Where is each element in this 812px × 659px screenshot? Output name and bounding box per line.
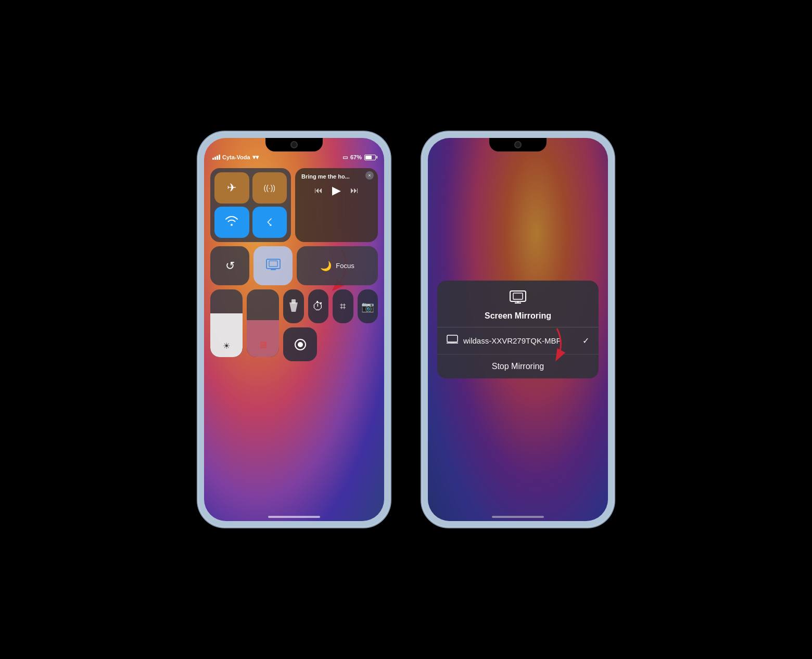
cc-top-row: ✈ ((·)) [210, 168, 378, 242]
media-close-button[interactable]: × [365, 171, 374, 180]
record-dot [298, 342, 303, 347]
status-left-1: Cyta-Voda ▾▾ [212, 154, 259, 161]
brightness-icon: ☀ [223, 341, 230, 351]
checkmark-icon: ✓ [582, 336, 589, 346]
dialog-title: Screen Mirroring [485, 311, 551, 321]
signal-bars [212, 155, 220, 160]
battery-fill [365, 156, 372, 159]
battery-container [364, 155, 376, 160]
screen-mirroring-dialog: Screen Mirroring wildass-XXVR279TQK-MBP … [437, 281, 599, 378]
svg-rect-11 [447, 335, 458, 342]
rotation-lock-button[interactable]: ↺ [210, 246, 249, 285]
svg-rect-1 [269, 261, 277, 267]
wifi-button[interactable] [214, 207, 249, 238]
airplane-icon: ✈ [227, 181, 236, 195]
wifi-icon [225, 216, 238, 229]
timer-button[interactable]: ⏱ [308, 289, 329, 323]
media-player-panel: × Bring me the ho... ⏮ ▶ ⏭ [295, 168, 378, 242]
media-controls: ⏮ ▶ ⏭ [301, 184, 372, 197]
phone-2-screen: Screen Mirroring wildass-XXVR279TQK-MBP … [428, 138, 608, 521]
status-bar-1: Cyta-Voda ▾▾ ▭ 67% [212, 154, 376, 161]
svg-rect-7 [510, 291, 526, 301]
phone-1-screen: Cyta-Voda ▾▾ ▭ 67% [204, 138, 384, 521]
cc-bottom-row-1: ⏱ ⌗ 📷 [283, 289, 378, 323]
airplane-mode-button[interactable]: ✈ [214, 172, 249, 204]
connectivity-panel: ✈ ((·)) [210, 168, 291, 242]
fast-forward-button[interactable]: ⏭ [350, 186, 359, 195]
stop-section: Stop Mirroring [437, 354, 599, 378]
bar2 [214, 157, 216, 160]
phone-2-background: Screen Mirroring wildass-XXVR279TQK-MBP … [428, 138, 608, 521]
dialog-screen-mirror-icon [509, 290, 527, 308]
battery-icon [364, 155, 376, 160]
camera-icon: 📷 [361, 300, 374, 313]
rewind-button[interactable]: ⏮ [314, 186, 323, 195]
media-title: Bring me the ho... [301, 173, 372, 180]
battery-percent: 67% [350, 154, 362, 160]
cellular-button[interactable]: ((·)) [252, 172, 287, 204]
bar4 [219, 155, 220, 160]
phone-2: Screen Mirroring wildass-XXVR279TQK-MBP … [422, 132, 614, 527]
bar3 [217, 156, 218, 160]
screen-mirror-button[interactable] [253, 246, 293, 285]
bluetooth-button[interactable]: ☇ [252, 207, 287, 238]
cc-mid-row: ↺ 🌙 F [210, 246, 378, 285]
carrier-name: Cyta-Voda [222, 154, 250, 160]
svg-rect-8 [513, 293, 523, 299]
cc-sliders-row: ☀ 🖥 [210, 289, 378, 361]
volume-icon: 🖥 [258, 340, 268, 351]
volume-fill [247, 320, 279, 358]
focus-button[interactable]: 🌙 Focus [297, 246, 378, 285]
screen-icon: ▭ [342, 154, 348, 161]
brightness-slider[interactable]: ☀ [210, 289, 243, 357]
control-center: ✈ ((·)) [210, 168, 378, 365]
timer-icon: ⏱ [312, 300, 324, 313]
notch-1 [265, 138, 323, 151]
phone-1-background: Cyta-Voda ▾▾ ▭ 67% [204, 138, 384, 521]
svg-rect-5 [291, 299, 296, 303]
focus-icon: 🌙 [320, 260, 332, 272]
focus-label: Focus [336, 262, 354, 270]
arrow-annotation-2 [526, 323, 567, 365]
calculator-icon: ⌗ [340, 300, 346, 312]
status-right-1: ▭ 67% [342, 154, 376, 161]
stop-mirroring-button[interactable]: Stop Mirroring [437, 354, 599, 378]
flashlight-icon [288, 298, 299, 314]
calculator-button[interactable]: ⌗ [333, 289, 353, 323]
cc-bottom-row-2 [283, 327, 378, 361]
camera-button[interactable]: 📷 [358, 289, 378, 323]
phone-1: Cyta-Voda ▾▾ ▭ 67% [198, 132, 390, 527]
device-laptop-icon [447, 335, 458, 347]
svg-marker-4 [289, 302, 298, 312]
cellular-icon: ((·)) [263, 184, 275, 192]
record-inner [295, 339, 306, 350]
dialog-header: Screen Mirroring [437, 290, 599, 327]
wifi-status-icon: ▾▾ [252, 154, 259, 161]
notch-2 [489, 138, 547, 151]
screen-record-button[interactable] [283, 327, 317, 361]
small-buttons-group: ⏱ ⌗ 📷 [283, 289, 378, 361]
screen-mirror-icon [265, 258, 281, 274]
bar1 [212, 158, 214, 160]
home-indicator-1 [268, 516, 320, 518]
flashlight-button[interactable] [283, 289, 304, 323]
volume-slider[interactable]: 🖥 [247, 289, 279, 357]
bluetooth-icon: ☇ [267, 216, 272, 229]
rotation-lock-icon: ↺ [225, 259, 235, 273]
play-button[interactable]: ▶ [332, 184, 341, 197]
device-row[interactable]: wildass-XXVR279TQK-MBP ✓ [437, 327, 599, 354]
